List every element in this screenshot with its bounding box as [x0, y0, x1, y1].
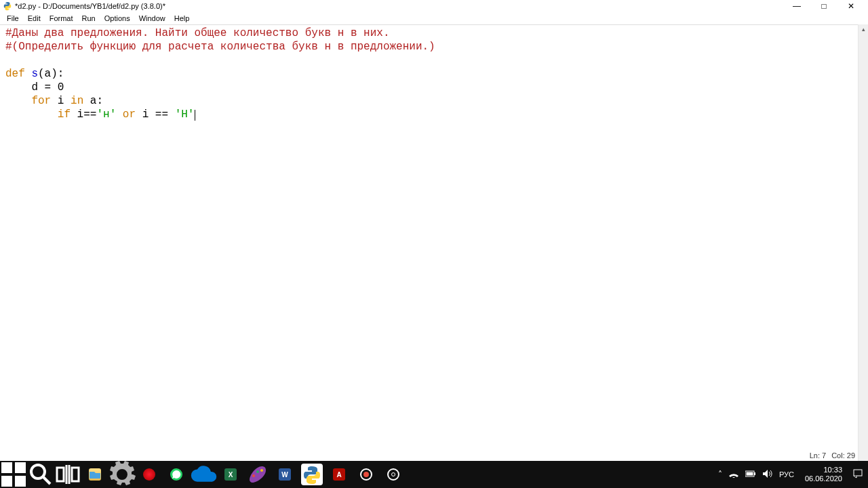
window-title: *d2.py - D:/Documents/YB1/def/d2.py (3.8… [15, 2, 165, 10]
indent-6 [5, 95, 31, 107]
kw-def: def [5, 68, 25, 80]
status-line: Ln: 7 [810, 451, 826, 460]
code-line-1: #Даны два предложения. Найти общее колич… [5, 27, 390, 39]
clock-date: 06.06.2020 [805, 474, 842, 483]
code-line-5: d = 0 [5, 81, 64, 94]
volume-icon[interactable] [763, 470, 772, 480]
minimize-button[interactable]: — [791, 1, 803, 11]
svg-rect-3 [15, 462, 26, 473]
kw-or: or [123, 108, 136, 121]
settings-icon[interactable] [108, 461, 136, 488]
text-cursor [195, 110, 195, 121]
window-controls: — □ ✕ [791, 1, 865, 11]
menu-run[interactable]: Run [78, 14, 100, 22]
expr-a: i== [71, 108, 96, 121]
notifications-icon[interactable] [853, 469, 863, 481]
keyboard-layout[interactable]: РУС [779, 470, 794, 479]
menubar: File Edit Format Run Options Window Help [0, 12, 868, 24]
var-i: i [51, 95, 71, 107]
task-view-button[interactable] [54, 461, 81, 488]
clock-time: 10:33 [823, 466, 842, 474]
svg-point-6 [31, 465, 45, 479]
svg-rect-19 [854, 470, 862, 476]
window-titlebar: *d2.py - D:/Documents/YB1/def/d2.py (3.8… [0, 0, 868, 12]
code-editor[interactable]: #Даны два предложения. Найти общее колич… [0, 24, 858, 461]
str-2: 'Н' [175, 108, 195, 121]
paint-icon[interactable] [244, 461, 271, 488]
clock[interactable]: 10:33 06.06.2020 [801, 466, 846, 483]
kw-in: in [71, 95, 83, 107]
svg-line-7 [43, 477, 50, 484]
status-col: Col: 29 [831, 451, 855, 460]
menu-file[interactable]: File [3, 14, 23, 22]
opera-icon[interactable] [136, 461, 163, 488]
menu-format[interactable]: Format [45, 14, 77, 22]
network-icon[interactable] [729, 470, 738, 480]
acrobat-icon[interactable]: A [326, 461, 353, 488]
scroll-up-icon[interactable]: ▴ [859, 24, 868, 35]
expr-c: i == [136, 108, 175, 121]
system-tray: ˄ РУС 10:33 06.06.2020 [713, 466, 868, 483]
svg-point-1 [8, 9, 9, 9]
svg-point-14 [260, 469, 263, 472]
fn-name: s [25, 68, 38, 80]
start-button[interactable] [0, 461, 27, 488]
svg-rect-17 [754, 472, 755, 475]
svg-rect-4 [1, 476, 12, 487]
close-button[interactable]: ✕ [845, 1, 857, 11]
code-line-2: #(Определить функцию для расчета количес… [5, 41, 435, 53]
svg-rect-9 [72, 468, 79, 481]
menu-help[interactable]: Help [170, 14, 194, 22]
maximize-button[interactable]: □ [818, 1, 830, 11]
svg-point-12 [252, 474, 255, 477]
battery-icon[interactable] [745, 470, 756, 479]
record-icon[interactable] [353, 461, 380, 488]
onedrive-icon[interactable] [190, 461, 217, 488]
str-1: 'н' [96, 108, 116, 121]
file-explorer-icon[interactable] [81, 461, 108, 488]
vertical-scrollbar[interactable]: ▴ [858, 24, 868, 461]
fn-params: (a): [38, 68, 64, 80]
search-button[interactable] [27, 461, 54, 488]
whatsapp-icon[interactable] [163, 461, 190, 488]
svg-rect-5 [15, 476, 26, 487]
idle-icon[interactable] [298, 461, 326, 488]
kw-if: if [58, 108, 71, 121]
windows-taskbar: X W A ˄ РУС 10:33 06.06.2020 [0, 461, 868, 488]
kw-for: for [31, 95, 51, 107]
svg-rect-18 [746, 472, 753, 476]
svg-rect-8 [57, 468, 64, 481]
obs-icon[interactable] [380, 461, 407, 488]
sp [116, 108, 123, 121]
indent-7 [5, 108, 58, 121]
python-icon [3, 1, 12, 11]
tray-chevron-icon[interactable]: ˄ [718, 470, 722, 479]
menu-edit[interactable]: Edit [24, 14, 45, 22]
statusbar: Ln: 7 Col: 29 [807, 450, 858, 461]
svg-point-13 [256, 470, 259, 473]
var-a: a: [83, 95, 103, 107]
svg-point-0 [6, 3, 7, 3]
excel-icon[interactable]: X [217, 461, 244, 488]
menu-options[interactable]: Options [100, 14, 134, 22]
svg-rect-2 [1, 462, 12, 473]
word-icon[interactable]: W [271, 461, 298, 488]
menu-window[interactable]: Window [135, 14, 170, 22]
